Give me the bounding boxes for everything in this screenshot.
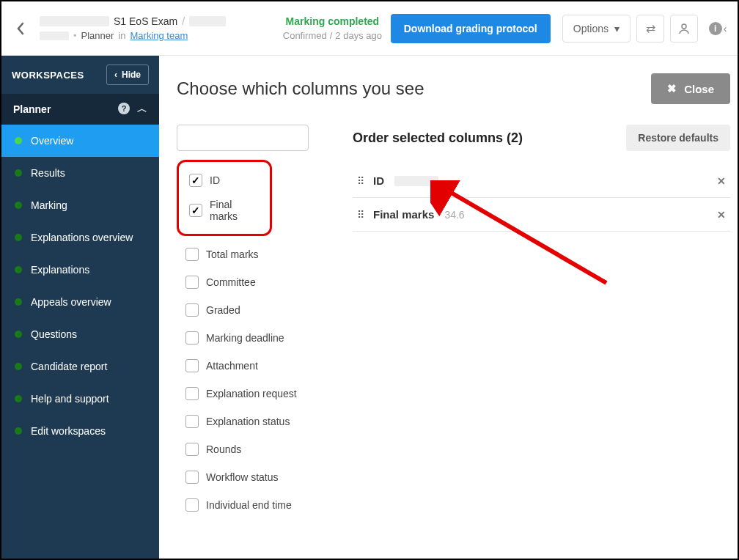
- column-option-final-marks[interactable]: Final marks: [186, 193, 262, 228]
- status-dot-icon: [15, 331, 22, 338]
- sidebar-item-explanations[interactable]: Explanations: [1, 254, 159, 286]
- sidebar-item-label: Edit workspaces: [31, 425, 106, 437]
- checkbox-icon[interactable]: [185, 359, 199, 372]
- sidebar-item-edit-workspaces[interactable]: Edit workspaces: [1, 415, 159, 447]
- caret-down-icon: ▾: [614, 23, 619, 34]
- checkbox-icon[interactable]: [189, 204, 202, 217]
- remove-icon[interactable]: ✕: [717, 209, 726, 221]
- hide-label: Hide: [122, 70, 141, 80]
- options-button[interactable]: Options ▾: [562, 15, 630, 43]
- checkbox-icon[interactable]: [185, 303, 199, 317]
- sidebar-item-overview[interactable]: Overview: [1, 125, 159, 157]
- column-option-workflow-status[interactable]: Workflow status: [183, 463, 323, 491]
- back-chevron-icon[interactable]: [7, 22, 34, 35]
- help-icon[interactable]: ?: [118, 103, 130, 114]
- info-collapse-button[interactable]: i ‹: [704, 15, 732, 43]
- status-dot-icon: [15, 137, 22, 144]
- redacted-suffix: [189, 16, 226, 26]
- column-option-id[interactable]: ID: [186, 168, 262, 193]
- close-button-label: Close: [684, 83, 714, 95]
- column-option-label: Attachment: [206, 360, 258, 372]
- checkbox-icon[interactable]: [185, 331, 199, 345]
- column-option-label: Workflow status: [206, 471, 279, 483]
- sidebar-item-label: Help and support: [31, 393, 109, 405]
- column-option-rounds[interactable]: Rounds: [183, 435, 323, 463]
- ordered-item[interactable]: ⠿ Final marks 34.6 ✕: [353, 198, 730, 232]
- breadcrumb: S1 EoS Exam / • Planner in Marking team: [40, 15, 274, 41]
- workspace-section-header[interactable]: Planner ? ︿: [1, 94, 159, 125]
- exam-title: S1 EoS Exam: [114, 15, 177, 27]
- sidebar-item-questions[interactable]: Questions: [1, 318, 159, 350]
- status-dot-icon: [15, 363, 22, 370]
- close-button[interactable]: ✖ Close: [651, 73, 730, 104]
- column-option-label: Final marks: [210, 199, 260, 222]
- remove-icon[interactable]: ✕: [717, 175, 726, 187]
- checkbox-icon[interactable]: [185, 387, 199, 400]
- sidebar-item-explanations-overview[interactable]: Explanations overview: [1, 221, 159, 254]
- chevron-left-icon: ‹: [114, 70, 117, 80]
- column-option-explanation-request[interactable]: Explanation request: [183, 380, 323, 408]
- sidebar: WORKSPACES ‹ Hide Planner ? ︿ Overview R…: [1, 56, 159, 559]
- drag-handle-icon[interactable]: ⠿: [357, 209, 363, 221]
- redacted-value: [394, 176, 438, 186]
- status-dot-icon: [15, 427, 22, 435]
- redacted-prefix: [40, 16, 109, 26]
- info-icon: i: [709, 22, 722, 35]
- sidebar-item-marking[interactable]: Marking: [1, 189, 159, 221]
- breadcrumb-planner: Planner: [81, 30, 114, 41]
- column-option-graded[interactable]: Graded: [183, 296, 323, 324]
- column-option-marking-deadline[interactable]: Marking deadline: [183, 324, 323, 352]
- main-content: Choose which columns you see ✖ Close ID …: [159, 56, 738, 559]
- checkbox-icon[interactable]: [185, 498, 199, 512]
- sidebar-item-label: Marking: [31, 199, 67, 211]
- breadcrumb-in: in: [118, 30, 125, 41]
- column-option-label: Individual end time: [206, 499, 292, 511]
- status-age: 2 days ago: [335, 30, 382, 41]
- user-icon[interactable]: [670, 15, 698, 43]
- sidebar-item-help-support[interactable]: Help and support: [1, 383, 159, 415]
- sidebar-item-label: Candidate report: [31, 361, 107, 372]
- sidebar-item-candidate-report[interactable]: Candidate report: [1, 350, 159, 383]
- column-option-total-marks[interactable]: Total marks: [183, 240, 323, 268]
- order-title: Order selected columns (2): [353, 130, 523, 146]
- column-option-individual-end-time[interactable]: Individual end time: [183, 491, 323, 519]
- drag-handle-icon[interactable]: ⠿: [357, 175, 363, 187]
- checkbox-icon[interactable]: [185, 471, 199, 484]
- chevron-left-icon: ‹: [724, 23, 727, 34]
- status-dot-icon: [15, 395, 22, 402]
- checkbox-icon[interactable]: [185, 415, 199, 428]
- page-title: Choose which columns you see: [177, 78, 424, 99]
- checkbox-icon[interactable]: [185, 276, 199, 289]
- sidebar-item-label: Results: [31, 167, 65, 179]
- status-main: Marking completed: [280, 15, 385, 27]
- ordered-columns: Order selected columns (2) Restore defau…: [353, 125, 730, 519]
- restore-defaults-button[interactable]: Restore defaults: [626, 125, 730, 151]
- swap-icon[interactable]: ⇄: [636, 15, 664, 43]
- options-button-label: Options: [573, 23, 609, 34]
- search-input[interactable]: [177, 125, 309, 151]
- checkbox-icon[interactable]: [189, 174, 202, 187]
- status-dot-icon: [15, 298, 22, 306]
- column-option-label: Explanation status: [206, 416, 290, 427]
- column-option-label: Graded: [206, 304, 240, 316]
- sidebar-item-results[interactable]: Results: [1, 157, 159, 189]
- available-columns: ID Final marks Total marks Committee Gra…: [177, 125, 323, 519]
- marking-team-link[interactable]: Marking team: [130, 30, 188, 41]
- checkbox-icon[interactable]: [185, 248, 199, 261]
- svg-point-0: [682, 24, 686, 29]
- column-option-label: Marking deadline: [206, 332, 284, 344]
- column-option-attachment[interactable]: Attachment: [183, 352, 323, 380]
- ordered-item[interactable]: ⠿ ID ✕: [353, 164, 730, 198]
- sidebar-item-label: Explanations: [31, 264, 89, 276]
- column-option-label: Explanation request: [206, 388, 297, 399]
- chevron-up-icon[interactable]: ︿: [137, 103, 147, 116]
- status-block: Marking completed Confirmed/2 days ago: [280, 15, 385, 41]
- hide-sidebar-button[interactable]: ‹ Hide: [106, 65, 149, 85]
- column-option-committee[interactable]: Committee: [183, 268, 323, 296]
- status-dot-icon: [15, 169, 22, 177]
- download-grading-button[interactable]: Download grading protocol: [391, 14, 551, 43]
- sidebar-item-appeals-overview[interactable]: Appeals overview: [1, 286, 159, 318]
- checkbox-icon[interactable]: [185, 443, 199, 456]
- column-option-label: Rounds: [206, 443, 241, 455]
- column-option-explanation-status[interactable]: Explanation status: [183, 408, 323, 435]
